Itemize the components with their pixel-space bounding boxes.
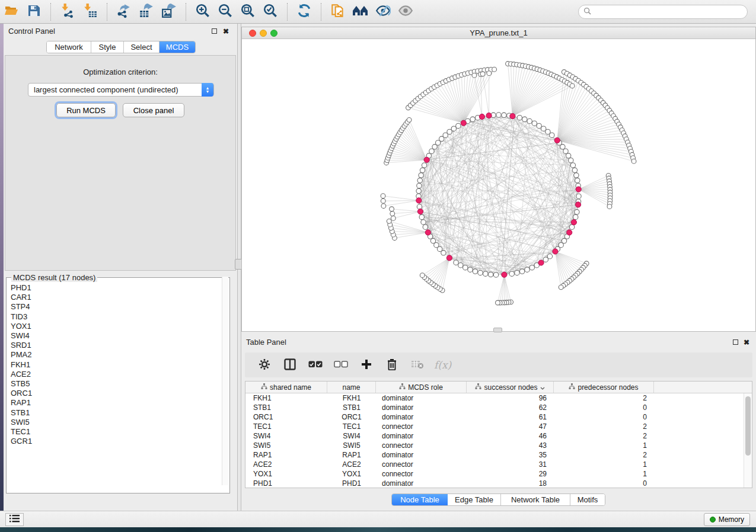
- table-cell-successor-nodes[interactable]: 43: [467, 441, 554, 450]
- network-leaf-node[interactable]: [391, 216, 395, 220]
- network-node[interactable]: [420, 168, 425, 172]
- network-node[interactable]: [454, 260, 458, 265]
- network-node[interactable]: [436, 140, 441, 145]
- network-node[interactable]: [559, 242, 563, 247]
- table-row[interactable]: ORC1ORC1dominator610: [245, 412, 752, 422]
- network-node[interactable]: [575, 178, 580, 182]
- search-field[interactable]: [578, 5, 748, 19]
- network-node[interactable]: [546, 129, 550, 134]
- export-network-button[interactable]: [114, 2, 134, 21]
- mcds-node[interactable]: [425, 230, 430, 235]
- network-node[interactable]: [563, 149, 568, 153]
- network-node[interactable]: [541, 126, 546, 131]
- first-neighbors-button[interactable]: [350, 2, 371, 21]
- network-node[interactable]: [463, 265, 468, 270]
- network-node[interactable]: [515, 270, 519, 275]
- float-table-panel-icon[interactable]: [733, 339, 738, 345]
- table-cell-name[interactable]: STB1: [327, 403, 376, 412]
- close-table-panel-icon[interactable]: ✖: [744, 338, 749, 347]
- network-leaf-node[interactable]: [390, 211, 395, 216]
- table-cell-predecessor-nodes[interactable]: 2: [554, 422, 654, 431]
- table-cell-successor-nodes[interactable]: 29: [467, 469, 554, 479]
- network-node[interactable]: [441, 251, 446, 255]
- mcds-result-item[interactable]: PHD1: [11, 283, 229, 293]
- table-cell-predecessor-nodes[interactable]: 0: [554, 479, 654, 488]
- network-node[interactable]: [569, 158, 573, 163]
- criterion-dropdown[interactable]: largest connected component (undirected)…: [28, 83, 214, 97]
- mcds-result-item[interactable]: SWI4: [11, 331, 229, 341]
- table-cell-mcds-role[interactable]: dominator: [376, 393, 467, 403]
- memory-button[interactable]: Memory: [704, 513, 750, 526]
- mcds-node[interactable]: [446, 255, 452, 261]
- column-header-mcds-role[interactable]: MCDS role: [376, 382, 467, 393]
- table-row[interactable]: PHD1PHD1dominator180: [245, 479, 752, 488]
- column-header-shared-name[interactable]: shared name: [245, 382, 327, 393]
- network-node[interactable]: [527, 118, 532, 123]
- column-header-successor-nodes[interactable]: successor nodes: [467, 382, 554, 393]
- mcds-node[interactable]: [538, 260, 544, 265]
- network-leaf-node[interactable]: [492, 67, 497, 72]
- float-panel-icon[interactable]: [212, 28, 217, 34]
- mcds-node[interactable]: [554, 137, 560, 143]
- search-input[interactable]: [594, 7, 742, 17]
- mcds-list-scrollbar[interactable]: [222, 277, 228, 485]
- network-node[interactable]: [550, 133, 554, 137]
- mcds-result-item[interactable]: FKH1: [11, 360, 229, 370]
- table-cell-mcds-role[interactable]: connector: [376, 441, 467, 450]
- network-node[interactable]: [451, 126, 456, 131]
- table-cell-mcds-role[interactable]: dominator: [376, 450, 467, 460]
- table-cell-name[interactable]: YOX1: [327, 469, 376, 479]
- network-node[interactable]: [496, 113, 501, 117]
- network-node[interactable]: [430, 238, 435, 243]
- table-cell-predecessor-nodes[interactable]: 0: [554, 412, 654, 422]
- network-node[interactable]: [443, 133, 448, 137]
- mcds-result-item[interactable]: RAP1: [11, 398, 229, 408]
- network-node[interactable]: [488, 272, 493, 277]
- network-leaf-node[interactable]: [381, 198, 385, 203]
- table-cell-predecessor-nodes[interactable]: 1: [554, 460, 654, 469]
- table-cell-shared-name[interactable]: FKH1: [245, 393, 327, 403]
- network-node[interactable]: [434, 242, 439, 247]
- mcds-result-item[interactable]: YOX1: [11, 322, 229, 331]
- close-window-icon[interactable]: [249, 30, 256, 37]
- run-mcds-button[interactable]: Run MCDS: [56, 103, 116, 117]
- table-cell-name[interactable]: SWI5: [327, 441, 376, 450]
- network-node[interactable]: [417, 204, 422, 209]
- new-network-from-selection-button[interactable]: [328, 2, 348, 21]
- table-cell-shared-name[interactable]: SWI5: [245, 441, 327, 450]
- network-leaf-node[interactable]: [390, 207, 394, 211]
- mcds-node[interactable]: [567, 230, 572, 235]
- table-cell-shared-name[interactable]: PHD1: [245, 479, 327, 488]
- table-cell-predecessor-nodes[interactable]: 2: [554, 393, 654, 403]
- column-header-predecessor-nodes[interactable]: predecessor nodes: [554, 382, 654, 393]
- save-session-button[interactable]: [24, 2, 44, 21]
- mcds-result-item[interactable]: STB1: [11, 408, 229, 418]
- tab-node-table[interactable]: Node Table: [392, 494, 448, 505]
- table-scrollbar[interactable]: [744, 393, 752, 488]
- import-table-button[interactable]: [80, 2, 100, 21]
- network-node[interactable]: [419, 173, 423, 178]
- network-node[interactable]: [570, 163, 575, 168]
- network-node[interactable]: [532, 121, 537, 126]
- network-node[interactable]: [573, 214, 578, 219]
- network-leaf-node[interactable]: [381, 204, 386, 209]
- network-node[interactable]: [529, 265, 534, 270]
- mcds-node[interactable]: [424, 157, 429, 162]
- network-node[interactable]: [572, 168, 577, 172]
- table-row[interactable]: RAP1RAP1dominator352: [245, 450, 752, 460]
- network-node[interactable]: [525, 267, 529, 272]
- table-cell-successor-nodes[interactable]: 47: [467, 422, 554, 431]
- table-cell-mcds-role[interactable]: dominator: [376, 403, 467, 412]
- network-node[interactable]: [421, 220, 426, 225]
- table-cell-successor-nodes[interactable]: 46: [467, 431, 554, 441]
- table-cell-mcds-role[interactable]: connector: [376, 469, 467, 479]
- network-node[interactable]: [543, 257, 548, 262]
- network-leaf-node[interactable]: [559, 285, 563, 290]
- table-cell-name[interactable]: ACE2: [327, 460, 376, 469]
- network-node[interactable]: [574, 173, 579, 178]
- show-column-panel-button[interactable]: [281, 355, 299, 374]
- table-cell-shared-name[interactable]: TEC1: [245, 422, 327, 431]
- select-all-button[interactable]: [307, 355, 324, 374]
- network-leaf-node[interactable]: [387, 219, 391, 223]
- mcds-result-item[interactable]: STP4: [11, 302, 229, 312]
